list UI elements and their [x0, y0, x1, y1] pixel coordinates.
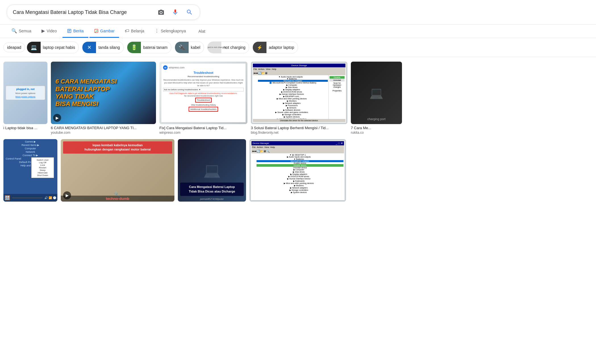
tab-berita-label: Berita: [73, 29, 84, 33]
selengkapnya-icon: ⋮: [155, 28, 159, 34]
voice-search-button[interactable]: [171, 8, 180, 17]
image-caption-5: 7 Cara Me...: [351, 126, 402, 130]
image-row-1: plugged in, not More power options More …: [0, 62, 596, 139]
tab-berita[interactable]: Berita: [62, 25, 88, 38]
svg-point-6: [95, 30, 96, 31]
chip-adaptor-label: adaptor laptop: [269, 45, 294, 50]
chip-thumb-adaptor: ⚡: [253, 42, 266, 53]
play-button-2: ▶: [53, 114, 61, 122]
search-icons-group: [157, 8, 194, 17]
search-bar-container: Cara Mengatasi Baterai Laptop Tidak Bisa…: [0, 0, 596, 25]
semua-icon: 🔍: [11, 28, 17, 34]
image-card-8[interactable]: 💻 Cara Mengatasi Baterai LaptopTidak Bis…: [178, 139, 246, 202]
image-caption-2: 6 CARA MENGATASI BATERAI LAPTOP YANG TI.…: [51, 126, 156, 130]
filter-chips-row: ideapad 💻 laptop cepat habis ✕ tanda sil…: [0, 38, 596, 57]
chip-tanda-silang[interactable]: ✕ tanda silang: [82, 41, 124, 53]
chip-kabel-label: kabel: [191, 45, 200, 50]
chip-thumb-tanda-silang: ✕: [82, 42, 96, 53]
chip-laptop-cepat-label: laptop cepat habis: [43, 45, 75, 50]
chip-thumb-laptop-cepat: 💻: [27, 42, 41, 53]
image-source-5: rukita.co: [351, 131, 402, 135]
image-results-container: plugged in, not More power options More …: [0, 57, 596, 211]
image-card-2[interactable]: 6 CARA MENGATASI BATERAI LAPTOP YANG TID…: [51, 62, 156, 135]
video-icon: ▶: [41, 28, 45, 34]
chip-baterai-tanam[interactable]: 🔋 baterai tanam: [127, 41, 171, 53]
svg-point-0: [160, 12, 162, 13]
search-bar[interactable]: Cara Mengatasi Baterai Laptop Tidak Bisa…: [7, 5, 200, 20]
image-source-2: youtube.com: [51, 131, 156, 135]
chip-ideapad-label: ideapad: [7, 45, 21, 50]
camera-search-button[interactable]: [157, 8, 166, 17]
image-caption-3: Fix] Cara Mengatasi Baterai Laptop Tid..…: [159, 126, 247, 130]
tab-belanja[interactable]: 🏷 Belanja: [120, 25, 149, 38]
nav-tabs: 🔍 Semua ▶ Video Berita Gambar 🏷 Bel: [0, 25, 596, 38]
image-caption-4: 3 Solusi Baterai Laptop Berhenti Mengisi…: [251, 126, 347, 130]
berita-icon: [67, 28, 72, 34]
chip-laptop-cepat-habis[interactable]: 💻 laptop cepat habis: [27, 41, 79, 53]
image-card-3[interactable]: W winpreso.com Troubleshoot Recommended …: [159, 62, 247, 135]
play-button-7: ▶: [63, 191, 71, 199]
gambar-icon: [94, 28, 99, 34]
image-row-2: Games ▶ Recent Items ▶ Computer Network …: [0, 139, 596, 206]
belanja-icon: 🏷: [125, 28, 129, 34]
google-search-button[interactable]: [185, 8, 194, 17]
tab-belanja-label: Belanja: [131, 29, 144, 33]
tab-selengkapnya-label: Selengkapnya: [161, 29, 186, 33]
image-card-6[interactable]: Games ▶ Recent Items ▶ Computer Network …: [3, 139, 57, 202]
tab-video-label: Video: [47, 29, 57, 33]
chip-thumb-baterai-tanam: 🔋: [127, 42, 141, 53]
tab-semua[interactable]: 🔍 Semua: [7, 25, 36, 38]
image-caption-1: i Laptop tidak bisa ...: [3, 126, 47, 130]
tab-selengkapnya[interactable]: ⋮ Selengkapnya: [150, 25, 191, 38]
chip-tanda-silang-label: tanda silang: [98, 45, 120, 50]
alat-button[interactable]: Alat: [199, 26, 205, 37]
search-query-text: Cara Mengatasi Baterai Laptop Tidak Bisa…: [13, 9, 152, 15]
image-source-4: blog.finderonly.net: [251, 131, 347, 135]
chip-thumb-kabel: 🔌: [175, 42, 189, 53]
image-card-5[interactable]: 💻 charging port 7 Cara Me... rukita.co: [351, 62, 402, 135]
chip-ideapad[interactable]: ideapad: [3, 43, 25, 52]
image-source-3: winpreso.com: [159, 131, 247, 135]
image-card-4[interactable]: Device Storage FileActionViewHelp ⬅➡🔄📂🖥 …: [251, 62, 347, 135]
chip-kabel[interactable]: 🔌 kabel: [175, 41, 204, 53]
tab-gambar[interactable]: Gambar: [89, 25, 119, 38]
chip-thumb-not-charging: plugged in not charging: [208, 42, 221, 53]
chip-adaptor-laptop[interactable]: ⚡ adaptor laptop: [253, 41, 298, 53]
chip-not-charging-label: not charging: [224, 45, 245, 50]
tab-gambar-label: Gambar: [100, 29, 115, 33]
image-card-9[interactable]: Device Manager _ □ ✕ FileActionViewHelp …: [249, 139, 346, 202]
image-card-7[interactable]: lepas kembali kabelnya kemudianhubungkan…: [61, 139, 174, 202]
chip-baterai-tanam-label: baterai tanam: [143, 45, 168, 50]
image-card-1[interactable]: plugged in, not More power options More …: [3, 62, 47, 130]
tab-video[interactable]: ▶ Video: [37, 25, 61, 38]
chip-not-charging[interactable]: plugged in not charging not charging: [207, 41, 249, 53]
tab-semua-label: Semua: [19, 29, 31, 33]
